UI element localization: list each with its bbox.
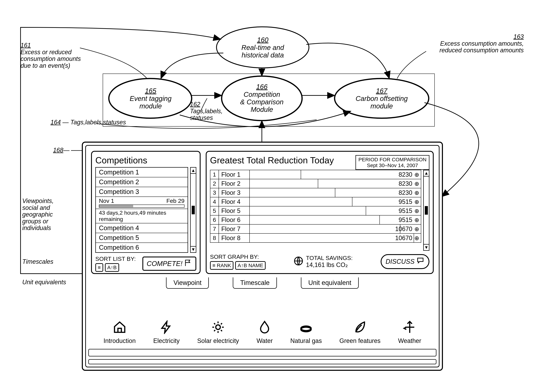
row-value: 9515: [399, 216, 412, 224]
row-name: Floor 6: [219, 216, 250, 224]
row-bar: 9515⊕: [250, 216, 421, 224]
burner-icon: [299, 320, 313, 336]
nav-weather[interactable]: Weather: [398, 320, 421, 344]
row-bar: 8230⊕: [250, 179, 421, 188]
expand-icon[interactable]: ⊕: [414, 179, 419, 188]
nav-label: Solar electricity: [197, 337, 239, 344]
table-row[interactable]: 6Floor 69515⊕: [210, 215, 421, 224]
competitions-panel: Competitions Competition 1 Competition 2…: [91, 151, 201, 274]
row-value: 9515: [399, 206, 412, 215]
ann-163: 163 Excess consumption amounts, reduced …: [404, 33, 524, 54]
nav-introduction[interactable]: Introduction: [104, 320, 136, 344]
sort-graph-label: SORT GRAPH BY:: [210, 253, 266, 260]
list-item[interactable]: Competition 6: [96, 243, 188, 252]
expand-icon[interactable]: ⊕: [414, 224, 419, 233]
node-165: 165 Event tagging module: [113, 84, 188, 113]
period-box: PERIOD FOR COMPARISON Sept 30–Nov 14, 20…: [355, 155, 429, 170]
row-bar: 8230⊕: [250, 188, 421, 197]
list-item[interactable]: Competition 3: [96, 187, 188, 197]
expand-icon[interactable]: ⊕: [414, 197, 419, 206]
list-item[interactable]: Competition 4: [96, 223, 188, 233]
expand-icon[interactable]: ⊕: [414, 216, 419, 224]
row-index: 2: [210, 179, 219, 188]
ann-161: 161 Excess or reduced consumption amount…: [21, 42, 101, 69]
row-value: 8230: [399, 170, 412, 179]
bottom-bar: [88, 359, 436, 364]
list-item[interactable]: Competition 5: [96, 233, 188, 243]
row-index: 8: [210, 234, 219, 242]
table-row[interactable]: 5Floor 59515⊕: [210, 206, 421, 216]
leaf-icon: [353, 320, 367, 336]
dashboard: Competitions Competition 1 Competition 2…: [82, 142, 443, 371]
scroll-up-icon[interactable]: ▲: [424, 170, 429, 176]
row-name: Floor 5: [219, 206, 250, 215]
reduction-scrollbar[interactable]: ▲ ▼: [423, 170, 429, 251]
reduction-panel: Greatest Total Reduction Today PERIOD FO…: [206, 151, 434, 274]
ann-164: 164 — Tags,labels,statuses: [50, 119, 136, 126]
side-label-viewpoints: Viewpoints, social and geographic groups…: [22, 197, 79, 231]
nav-label: Introduction: [104, 337, 136, 344]
table-row[interactable]: 4Floor 49515⊕: [210, 197, 421, 206]
vane-icon: [403, 320, 417, 336]
scroll-down-icon[interactable]: ▼: [424, 244, 429, 250]
expand-icon[interactable]: ⊕: [414, 234, 419, 242]
nav-water[interactable]: Water: [256, 320, 273, 344]
scroll-down-icon[interactable]: ▼: [191, 246, 196, 252]
nav-natural-gas[interactable]: Natural gas: [290, 320, 322, 344]
nav-electricity[interactable]: Electricity: [153, 320, 179, 344]
table-row[interactable]: 8Floor 810670⊕: [210, 233, 421, 243]
sort-name-button[interactable]: A↑B NAME: [235, 261, 266, 270]
reduction-title: Greatest Total Reduction Today: [210, 155, 334, 165]
row-bar: 9515⊕: [250, 206, 421, 215]
row-index: 3: [210, 188, 219, 197]
scroll-thumb[interactable]: [192, 206, 195, 214]
nav-green-features[interactable]: Green features: [339, 320, 380, 344]
compete-button[interactable]: COMPETE!: [142, 257, 196, 271]
chat-icon: [416, 257, 425, 266]
row-index: 5: [210, 206, 219, 215]
sort-az-button[interactable]: A↑B: [105, 263, 119, 272]
side-label-timescales: Timescales: [22, 258, 53, 265]
globe-icon: [294, 256, 303, 267]
competitions-list: Competition 1 Competition 2 Competition …: [95, 167, 188, 253]
nav-label: Green features: [339, 337, 380, 344]
ann-168: 168—: [53, 147, 70, 154]
list-item[interactable]: Competition 1: [96, 168, 188, 177]
expand-icon[interactable]: ⊕: [414, 170, 419, 179]
bolt-icon: [159, 320, 173, 336]
table-row[interactable]: 1Floor 18230⊕: [210, 170, 421, 179]
list-item[interactable]: Competition 2: [96, 177, 188, 187]
row-name: Floor 4: [219, 197, 250, 206]
node-160: 160 Real-time and historical data: [222, 33, 303, 62]
expand-icon[interactable]: ⊕: [414, 206, 419, 215]
tab-unit-equivalent[interactable]: Unit equivalent: [301, 277, 359, 289]
node-167: 167 Carbon offsetting module: [341, 84, 423, 113]
nav-solar-electricity[interactable]: Solar electricity: [197, 320, 239, 344]
sort-lines-button[interactable]: ≡: [95, 263, 103, 272]
sort-rank-button[interactable]: ≡ RANK: [210, 261, 234, 270]
row-name: Floor 1: [219, 170, 250, 179]
nav-label: Natural gas: [290, 337, 322, 344]
row-index: 6: [210, 216, 219, 224]
scroll-up-icon[interactable]: ▲: [191, 168, 196, 174]
discuss-button[interactable]: DISCUSS: [381, 254, 429, 269]
row-index: 4: [210, 197, 219, 206]
table-row[interactable]: 2Floor 28230⊕: [210, 179, 421, 188]
row-value: 10670: [395, 234, 412, 242]
row-name: Floor 2: [219, 179, 250, 188]
table-row[interactable]: 3Floor 38230⊕: [210, 188, 421, 197]
tab-viewpoint[interactable]: Viewpoint: [166, 277, 209, 289]
competitions-title: Competitions: [95, 155, 196, 165]
table-row[interactable]: 7Floor 710670⊕: [210, 224, 421, 234]
row-index: 1: [210, 170, 219, 179]
ann-162: 162 Tags,labels, statuses: [190, 101, 234, 121]
row-bar: 8230⊕: [250, 170, 421, 179]
competitions-scrollbar[interactable]: ▲ ▼: [190, 167, 196, 253]
expand-icon[interactable]: ⊕: [414, 188, 419, 197]
nav-label: Weather: [398, 337, 421, 344]
scroll-thumb[interactable]: [425, 206, 428, 215]
competition-remaining: 43 days,2 hours,49 minutes remaining: [96, 209, 188, 223]
sun-icon: [211, 320, 225, 336]
row-value: 8230: [399, 188, 412, 197]
tab-timescale[interactable]: Timescale: [233, 277, 277, 289]
